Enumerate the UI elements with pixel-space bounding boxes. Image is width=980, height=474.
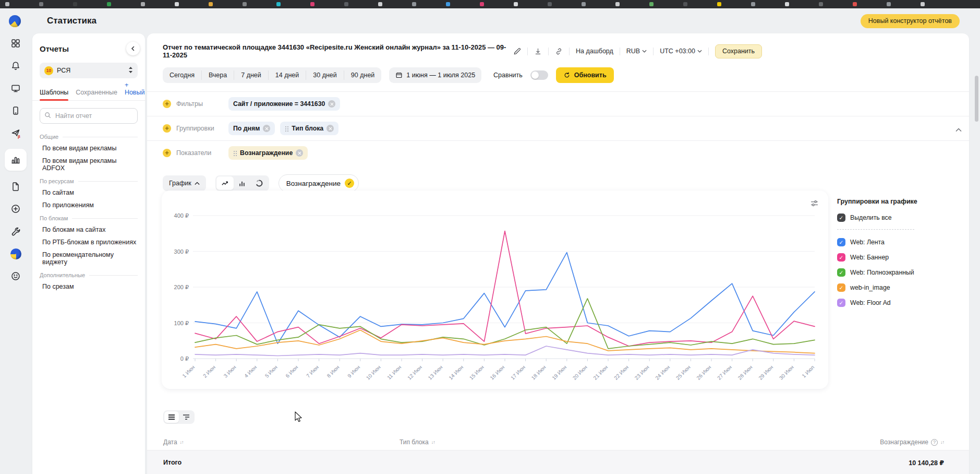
browser-tab-favicon[interactable] — [785, 2, 789, 6]
sort-icon[interactable]: ↓↑ — [431, 440, 435, 445]
legend-item[interactable]: ✓ Web: Floor Ad — [837, 299, 949, 307]
report-template-item[interactable]: По блокам на сайтах — [32, 223, 145, 236]
report-template-item[interactable]: По всем видам рекламы — [32, 142, 145, 155]
search-input[interactable] — [54, 112, 124, 120]
legend-item[interactable]: ✓ Web: Баннер — [837, 253, 949, 262]
remove-chip-icon[interactable] — [328, 100, 335, 108]
drag-handle-icon[interactable] — [233, 150, 237, 156]
tools-wrench-icon[interactable] — [5, 224, 26, 238]
browser-tab-favicon[interactable] — [446, 2, 450, 6]
add-plus-circle-icon[interactable] — [5, 202, 26, 216]
browser-tab-favicon[interactable] — [514, 2, 518, 6]
browser-tab-favicon[interactable] — [310, 2, 314, 6]
revenue-line-chart[interactable]: 0 ₽100 ₽200 ₽300 ₽400 ₽1 Июн2 Июн3 Июн4 … — [162, 191, 828, 389]
pie-chart-icon[interactable] — [251, 176, 268, 190]
timezone-dropdown[interactable]: UTC +03:00 — [660, 48, 702, 55]
remove-chip-icon[interactable] — [263, 125, 270, 132]
range-7d-button[interactable]: 7 дней — [234, 70, 268, 80]
save-button[interactable]: Сохранить — [715, 44, 762, 58]
browser-tab-favicon[interactable] — [209, 2, 213, 6]
filter-chip-site[interactable]: Сайт / приложение = 3441630 — [228, 97, 340, 111]
browser-tab-favicon[interactable] — [39, 2, 43, 6]
browser-tab-favicon[interactable] — [819, 2, 823, 6]
collapse-sidebar-button[interactable] — [126, 42, 140, 55]
checkbox-icon[interactable]: ✓ — [837, 214, 845, 222]
checkbox-icon[interactable]: ✓ — [837, 238, 845, 246]
edit-pencil-icon[interactable] — [513, 48, 521, 55]
feedback-smiley-icon[interactable] — [5, 269, 26, 283]
report-search-field[interactable] — [40, 108, 138, 124]
partner-pie-logo-icon[interactable] — [5, 247, 26, 260]
browser-tab-favicon[interactable] — [582, 2, 586, 6]
notifications-bell-icon[interactable] — [5, 59, 26, 73]
compare-toggle[interactable] — [530, 70, 548, 80]
chart-series-line[interactable] — [195, 330, 815, 353]
browser-tab-favicon[interactable] — [412, 2, 416, 6]
add-filter-icon[interactable]: + — [163, 100, 171, 108]
checkbox-icon[interactable]: ✓ — [837, 283, 845, 292]
browser-tab-favicon[interactable] — [344, 2, 348, 6]
chart-settings-sliders-icon[interactable] — [810, 199, 819, 210]
browser-tab-favicon[interactable] — [853, 2, 857, 6]
drag-handle-icon[interactable] — [285, 126, 288, 132]
browser-tab-favicon[interactable] — [175, 2, 179, 6]
chart-type-dropdown[interactable]: График — [163, 175, 206, 191]
help-icon[interactable]: ? — [931, 439, 938, 446]
checkbox-icon[interactable]: ✓ — [837, 268, 845, 277]
date-range-picker[interactable]: 1 июня — 1 июля 2025 — [389, 67, 481, 83]
browser-tab-favicon[interactable] — [480, 2, 484, 6]
range-today-button[interactable]: Сегодня — [163, 70, 201, 80]
tab-saved[interactable]: Сохраненные — [76, 89, 117, 100]
window-scrollbar[interactable] — [975, 76, 978, 122]
dashboard-grid-icon[interactable] — [5, 37, 26, 50]
chart-series-line[interactable] — [195, 346, 815, 356]
browser-tab-favicon[interactable] — [615, 2, 620, 6]
product-select[interactable]: 10 РСЯ — [40, 63, 138, 78]
share-link-icon[interactable] — [555, 48, 563, 55]
collapse-settings-chevron-icon[interactable] — [955, 125, 962, 134]
checkbox-icon[interactable]: ✓ — [837, 299, 845, 307]
column-header-reward[interactable]: Вознаграждение ? ↓↑ — [880, 439, 944, 446]
tab-new-report[interactable]: + Новый — [125, 81, 145, 100]
checkbox-icon[interactable]: ✓ — [837, 253, 845, 262]
column-header-date[interactable]: Дата↓↑ — [163, 439, 184, 446]
browser-tab-favicon[interactable] — [717, 2, 721, 6]
report-template-item[interactable]: По приложениям — [32, 199, 145, 211]
campaigns-send-beta-icon[interactable]: β — [5, 126, 26, 140]
download-icon[interactable] — [534, 48, 542, 55]
browser-tab-favicon[interactable] — [107, 2, 111, 6]
legend-item[interactable]: ✓ Web: Лента — [837, 238, 949, 246]
remove-chip-icon[interactable] — [326, 125, 334, 132]
add-grouping-icon[interactable]: + — [163, 124, 171, 133]
grouping-chip-days[interactable]: По дням — [228, 122, 275, 135]
sort-icon[interactable]: ↓↑ — [180, 440, 184, 445]
yandex-partner-logo-icon[interactable] — [9, 15, 21, 27]
tab-templates[interactable]: Шаблоны — [40, 89, 68, 100]
line-chart-icon[interactable] — [216, 176, 234, 190]
statistics-bar-chart-icon[interactable] — [5, 149, 27, 171]
remove-chip-icon[interactable] — [296, 149, 303, 157]
range-14d-button[interactable]: 14 дней — [268, 70, 306, 80]
flat-list-icon[interactable] — [164, 411, 179, 423]
browser-tab-favicon[interactable] — [73, 2, 77, 6]
browser-tab-favicon[interactable] — [887, 2, 891, 6]
browser-tab-favicon[interactable] — [649, 2, 654, 6]
report-template-item[interactable]: По сайтам — [32, 186, 145, 199]
browser-tab-favicon[interactable] — [751, 2, 755, 6]
column-header-block-type[interactable]: Тип блока↓↑ — [400, 439, 435, 446]
browser-tab-favicon[interactable] — [141, 2, 145, 6]
metric-chip-reward[interactable]: Вознаграждение — [228, 146, 308, 160]
sort-icon[interactable]: ↓↑ — [940, 440, 944, 445]
chart-metric-pill[interactable]: Вознаграждение ✓ — [279, 174, 359, 192]
grouping-chip-block-type[interactable]: Тип блока — [280, 122, 338, 135]
browser-tab-favicon[interactable] — [921, 2, 925, 6]
browser-tab-favicon[interactable] — [378, 2, 382, 6]
currency-dropdown[interactable]: RUB — [626, 48, 647, 55]
tree-list-icon[interactable] — [179, 411, 193, 423]
apps-smartphone-icon[interactable] — [5, 104, 26, 117]
sites-monitor-icon[interactable] — [5, 81, 26, 95]
browser-tab-favicon[interactable] — [5, 2, 9, 6]
add-metric-icon[interactable]: + — [163, 149, 171, 157]
browser-tab-favicon[interactable] — [548, 2, 552, 6]
report-template-item[interactable]: По рекомендательному виджету — [32, 248, 145, 268]
